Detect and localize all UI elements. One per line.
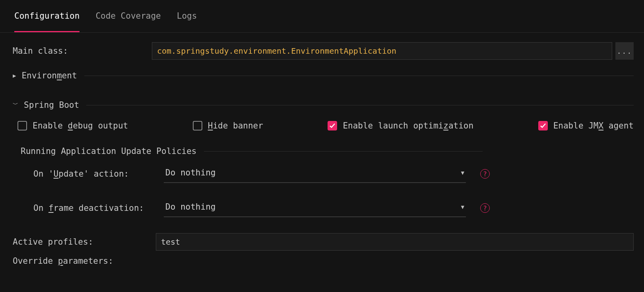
browse-main-class-button[interactable]: ... <box>615 42 634 60</box>
configuration-panel: Main class: ... ▶ Environment ﹀ Spring B… <box>0 33 644 266</box>
enable-debug-label: Enable debug output <box>33 121 128 130</box>
checkbox-icon <box>17 121 27 130</box>
hide-banner-label: Hide banner <box>208 121 263 130</box>
chevron-down-icon: ﹀ <box>13 101 18 108</box>
on-update-label: On 'Update' action: <box>13 169 164 179</box>
enable-debug-checkbox[interactable]: Enable debug output <box>17 121 128 130</box>
update-policies-header: Running Application Update Policies <box>21 146 634 156</box>
divider <box>84 76 634 76</box>
checkbox-checked-icon <box>538 121 548 130</box>
override-parameters-row: Override parameters: <box>13 256 634 266</box>
main-class-row: Main class: ... <box>13 42 634 60</box>
environment-title: Environment <box>21 71 77 80</box>
tab-logs[interactable]: Logs <box>177 0 197 32</box>
active-profiles-label: Active profiles: <box>13 237 156 247</box>
update-policies-title: Running Application Update Policies <box>21 146 204 156</box>
hide-banner-checkbox[interactable]: Hide banner <box>193 121 263 130</box>
enable-launch-label: Enable launch optimization <box>343 121 473 130</box>
enable-jmx-agent-checkbox[interactable]: Enable JMX agent <box>538 121 634 130</box>
checkbox-icon <box>193 121 202 130</box>
enable-jmx-label: Enable JMX agent <box>553 121 634 130</box>
environment-section-header[interactable]: ▶ Environment <box>13 71 634 80</box>
main-class-input[interactable] <box>152 42 612 60</box>
ellipsis-icon: ... <box>617 47 632 55</box>
enable-launch-optimization-checkbox[interactable]: Enable launch optimization <box>328 121 473 130</box>
divider <box>204 151 483 152</box>
chevron-right-icon: ▶ <box>13 72 16 79</box>
divider <box>86 105 634 105</box>
spring-boot-title: Spring Boot <box>24 100 79 110</box>
chevron-down-icon: ▼ <box>461 169 464 176</box>
checkbox-checked-icon <box>328 121 337 130</box>
on-frame-help-button[interactable]: ? <box>480 203 490 213</box>
on-update-help-button[interactable]: ? <box>480 169 490 179</box>
on-frame-label: On frame deactivation: <box>13 203 164 213</box>
on-frame-row: On frame deactivation: Do nothing ▼ ? <box>13 199 634 217</box>
main-class-label: Main class: <box>13 46 152 56</box>
spring-boot-section-header[interactable]: ﹀ Spring Boot <box>13 100 634 110</box>
on-update-value: Do nothing <box>165 168 215 177</box>
on-frame-select[interactable]: Do nothing ▼ <box>164 199 466 217</box>
on-update-select[interactable]: Do nothing ▼ <box>164 165 466 183</box>
active-profiles-row: Active profiles: <box>13 233 634 251</box>
tab-code-coverage[interactable]: Code Coverage <box>95 0 161 32</box>
active-profiles-input[interactable] <box>156 233 634 251</box>
help-icon: ? <box>483 170 487 178</box>
tab-configuration[interactable]: Configuration <box>14 0 80 32</box>
tab-bar: Configuration Code Coverage Logs <box>0 0 644 33</box>
chevron-down-icon: ▼ <box>461 204 464 210</box>
spring-boot-checkboxes: Enable debug output Hide banner Enable l… <box>13 117 634 133</box>
override-parameters-label: Override parameters: <box>13 256 156 266</box>
help-icon: ? <box>483 204 487 212</box>
on-frame-value: Do nothing <box>165 202 215 212</box>
on-update-row: On 'Update' action: Do nothing ▼ ? <box>13 165 634 183</box>
